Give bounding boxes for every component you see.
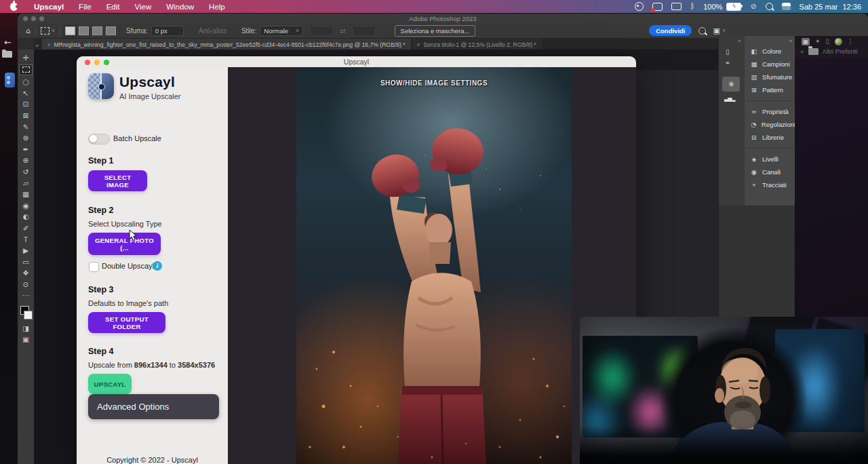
card-view-icon[interactable]: ▯ (826, 38, 829, 45)
gradient-tool-icon[interactable]: ▦ (20, 190, 32, 198)
set-output-folder-button[interactable]: SET OUTPUT FOLDER (88, 312, 165, 333)
account-avatar[interactable] (835, 38, 842, 45)
move-tool-icon[interactable]: ✛ (20, 54, 32, 62)
properties-panel-icon: ≈ (750, 108, 758, 115)
selection-subtract-icon[interactable] (92, 26, 102, 35)
control-center-icon[interactable] (782, 3, 791, 10)
clone-stamp-tool-icon[interactable]: ⊕ (20, 156, 32, 164)
star-icon[interactable]: ✦ (815, 38, 821, 45)
menu-window[interactable]: Window (166, 3, 194, 11)
apple-menu-icon[interactable] (10, 3, 18, 11)
expand-icon[interactable]: » (800, 47, 804, 55)
search-icon[interactable] (698, 27, 706, 35)
pen-tool-icon[interactable]: ✐ (20, 224, 32, 232)
upscayl-button[interactable]: UPSCAYL (88, 374, 132, 394)
screen-recorder-icon[interactable] (652, 3, 663, 11)
home-icon[interactable]: ⌂ (26, 26, 31, 35)
advanced-options-panel[interactable]: Advanced Options (88, 394, 219, 419)
selection-new-icon[interactable] (65, 26, 75, 35)
panel-item-tracciati[interactable]: ⌖Tracciati (745, 178, 795, 191)
color-swatches[interactable] (20, 305, 32, 321)
panel-item-canali[interactable]: ◉Canali (745, 166, 795, 178)
workspace-icon[interactable]: ▣ (713, 26, 719, 35)
panel-item-sfumature[interactable]: ▥Sfumature (745, 71, 795, 83)
app-icon-fragment[interactable] (5, 73, 15, 88)
histogram-icon[interactable]: ▃▅▂ (724, 96, 734, 102)
device-preview-icon[interactable]: ▯ (726, 48, 730, 56)
more-options-icon[interactable]: ⋮ (848, 38, 854, 45)
record-status-icon[interactable] (635, 2, 644, 11)
menubar-date[interactable]: Sab 25 mar (800, 3, 838, 11)
style-select[interactable]: Normale ∨ (260, 26, 303, 36)
menu-file[interactable]: File (79, 3, 92, 11)
folder-icon[interactable] (2, 51, 12, 58)
marquee-tool-icon[interactable] (20, 65, 32, 75)
eyedropper-tool-icon[interactable]: ✎ (20, 123, 32, 131)
menu-view[interactable]: View (134, 3, 151, 11)
upscayl-titlebar[interactable]: Upscayl (77, 56, 636, 68)
preview-image-boxer[interactable]: SHOW/HIDE IMAGE SETTINGS (296, 67, 572, 464)
close-tab-icon[interactable]: × (417, 41, 420, 48)
panel-list: « ◧Colore ▦Campioni ▥Sfumature ⊞Pattern … (744, 36, 795, 206)
selection-intersect-icon[interactable] (106, 26, 116, 35)
hand-tool-icon[interactable]: ❖ (20, 269, 32, 277)
menu-app-name[interactable]: Upscayl (34, 3, 64, 11)
marquee-preset-icon[interactable] (41, 27, 50, 35)
model-select-button[interactable]: GENERAL PHOTO (... (88, 233, 161, 255)
collapse-panels-icon[interactable]: « (719, 37, 744, 44)
muted-icon[interactable]: ⊘ (750, 2, 756, 11)
menu-help[interactable]: Help (209, 3, 225, 11)
upscayl-window: Upscayl Upscayl AI Image Upscaler Batch … (77, 56, 636, 464)
grid-view-icon[interactable]: ▦ (802, 38, 810, 45)
height-input (353, 26, 376, 36)
panel-item-colore[interactable]: ◧Colore (745, 45, 795, 58)
path-selection-tool-icon[interactable]: ▶ (20, 246, 32, 254)
dodge-tool-icon[interactable]: ◐ (20, 212, 32, 220)
blur-tool-icon[interactable]: ◉ (20, 201, 32, 210)
panel-item-proprieta[interactable]: ≈Proprietà (745, 100, 795, 118)
screen-mode-icon[interactable]: ▣ (20, 335, 32, 343)
object-selection-tool-icon[interactable]: ↖ (20, 89, 32, 97)
feather-input[interactable]: 0 px (151, 26, 184, 36)
slice-tool-icon[interactable]: ⊠ (20, 111, 32, 119)
tab-overflow-icon[interactable]: » (35, 42, 39, 49)
more-tools-icon[interactable]: ⋯ (20, 291, 32, 299)
select-and-mask-button[interactable]: Seleziona e maschera... (395, 25, 476, 37)
panel-item-campioni[interactable]: ▦Campioni (745, 58, 795, 71)
info-icon[interactable]: i (153, 261, 162, 271)
gradients-panel-icon: ▥ (750, 73, 758, 81)
background-color-swatch[interactable] (24, 311, 33, 320)
comments-icon[interactable]: ❝ (726, 60, 729, 68)
panel-item-librerie[interactable]: ⊟Librerie (745, 131, 795, 144)
history-brush-tool-icon[interactable]: ↺ (20, 168, 32, 176)
back-arrow-icon[interactable]: ← (4, 37, 12, 47)
active-panel-tile[interactable]: ✳ (722, 77, 740, 92)
select-image-button[interactable]: SELECT IMAGE (88, 170, 147, 191)
zoom-tool-icon[interactable]: ⊙ (20, 280, 32, 288)
spotlight-search-icon[interactable] (766, 3, 773, 10)
crop-tool-icon[interactable]: ⊡ (20, 100, 32, 108)
quick-mask-icon[interactable]: ◨ (20, 324, 32, 332)
library-folder-icon[interactable] (808, 48, 818, 55)
bluetooth-icon[interactable]: ᛒ (690, 2, 695, 11)
collapse-panels-icon[interactable]: « (789, 37, 793, 44)
eraser-tool-icon[interactable]: ▱ (20, 179, 32, 187)
shape-tool-icon[interactable]: ▭ (20, 258, 32, 266)
close-tab-icon[interactable]: × (47, 41, 51, 48)
panel-item-pattern[interactable]: ⊞Pattern (745, 83, 795, 96)
panel-item-regolazioni[interactable]: ◔Regolazioni (745, 118, 795, 131)
double-upscayl-checkbox[interactable] (89, 262, 99, 272)
panel-item-livelli[interactable]: ◈Livelli (745, 148, 795, 166)
lasso-tool-icon[interactable]: ○ (20, 77, 32, 85)
type-tool-icon[interactable]: T (20, 235, 32, 244)
healing-brush-tool-icon[interactable]: ⊛ (20, 134, 32, 142)
menu-edit[interactable]: Edit (106, 3, 120, 11)
show-hide-settings-label[interactable]: SHOW/HIDE IMAGE SETTINGS (296, 79, 572, 87)
brush-tool-icon[interactable]: ✒ (20, 145, 32, 153)
selection-add-icon[interactable] (79, 26, 89, 35)
chevron-down-icon[interactable]: ∨ (52, 28, 55, 33)
batch-upscale-toggle[interactable] (88, 134, 110, 144)
menubar-clock[interactable]: 12:36 (842, 3, 861, 11)
display-icon[interactable] (671, 3, 682, 10)
share-button[interactable]: Condividi (649, 25, 692, 36)
